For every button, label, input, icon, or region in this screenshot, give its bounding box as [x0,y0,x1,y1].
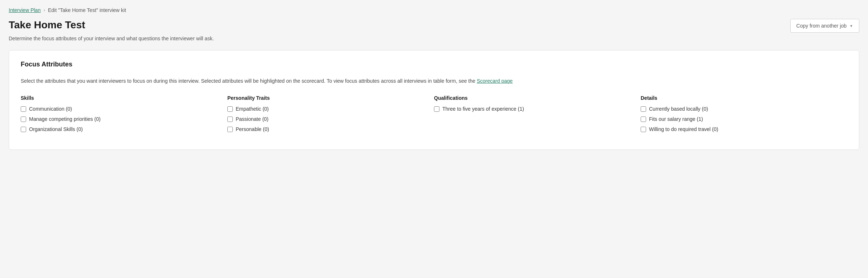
column-header-1: Personality Traits [227,95,428,101]
checkbox-item[interactable]: Communication (0) [21,106,222,112]
checkbox-item[interactable]: Currently based locally (0) [641,106,841,112]
checkbox-label: Three to five years of experience (1) [442,106,524,112]
focus-attributes-description-text: Select the attributes that you want inte… [21,78,475,84]
checkbox-label: Willing to do required travel (0) [649,126,718,132]
checkbox-label: Empathetic (0) [236,106,269,112]
checkbox-3-1[interactable] [641,116,646,122]
chevron-down-icon: ▼ [849,24,853,28]
checkbox-3-0[interactable] [641,106,646,112]
attribute-column-skills: SkillsCommunication (0)Manage competing … [21,95,227,136]
checkbox-label: Passionate (0) [236,116,268,122]
checkbox-item[interactable]: Manage competing priorities (0) [21,116,222,122]
attribute-column-details: DetailsCurrently based locally (0)Fits o… [641,95,847,136]
breadcrumb-current: Edit "Take Home Test" interview kit [48,7,126,13]
page-subtitle: Determine the focus attributes of your i… [9,36,859,41]
checkbox-1-2[interactable] [227,127,233,132]
breadcrumb-interview-plan-link[interactable]: Interview Plan [9,7,41,13]
focus-attributes-title: Focus Attributes [21,61,847,68]
checkbox-1-0[interactable] [227,106,233,112]
checkbox-0-1[interactable] [21,116,26,122]
page-title: Take Home Test [9,19,85,31]
checkbox-0-0[interactable] [21,106,26,112]
focus-attributes-description: Select the attributes that you want inte… [21,77,847,85]
checkbox-label: Organizational Skills (0) [29,126,83,132]
checkbox-item[interactable]: Organizational Skills (0) [21,126,222,132]
page-wrapper: Interview Plan › Edit "Take Home Test" i… [0,0,868,278]
checkbox-0-2[interactable] [21,127,26,132]
attribute-column-qualifications: QualificationsThree to five years of exp… [434,95,641,136]
header-row: Take Home Test Copy from another job ▼ [9,19,859,33]
checkbox-1-1[interactable] [227,116,233,122]
focus-attributes-card: Focus Attributes Select the attributes t… [9,50,859,150]
breadcrumb-separator: › [44,8,45,13]
copy-button-label: Copy from another job [796,23,847,29]
checkbox-item[interactable]: Personable (0) [227,126,428,132]
checkbox-label: Personable (0) [236,126,269,132]
copy-from-another-job-button[interactable]: Copy from another job ▼ [790,19,859,33]
scorecard-page-link[interactable]: Scorecard page [477,78,513,84]
checkbox-item[interactable]: Willing to do required travel (0) [641,126,841,132]
checkbox-label: Communication (0) [29,106,72,112]
checkbox-label: Currently based locally (0) [649,106,708,112]
checkbox-2-0[interactable] [434,106,439,112]
column-header-2: Qualifications [434,95,635,101]
column-header-0: Skills [21,95,222,101]
column-header-3: Details [641,95,841,101]
checkbox-label: Fits our salary range (1) [649,116,703,122]
attribute-column-personality-traits: Personality TraitsEmpathetic (0)Passiona… [227,95,434,136]
checkbox-item[interactable]: Passionate (0) [227,116,428,122]
checkbox-label: Manage competing priorities (0) [29,116,101,122]
attributes-grid: SkillsCommunication (0)Manage competing … [21,95,847,136]
checkbox-item[interactable]: Three to five years of experience (1) [434,106,635,112]
breadcrumb: Interview Plan › Edit "Take Home Test" i… [9,7,859,13]
checkbox-item[interactable]: Fits our salary range (1) [641,116,841,122]
checkbox-3-2[interactable] [641,127,646,132]
checkbox-item[interactable]: Empathetic (0) [227,106,428,112]
